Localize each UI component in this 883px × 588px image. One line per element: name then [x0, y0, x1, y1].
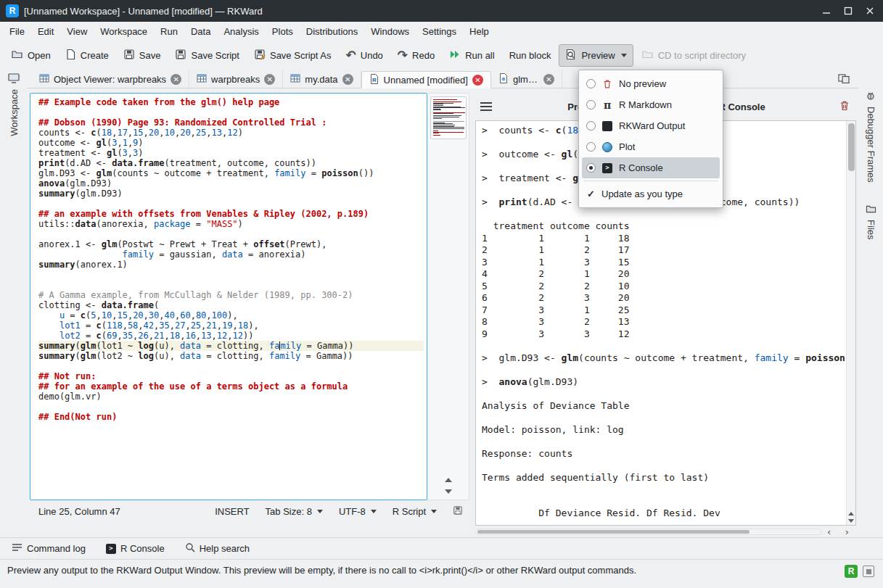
close-tab-icon[interactable]: ✕ [264, 74, 275, 85]
code-line [482, 496, 845, 508]
scroll-down-icon[interactable] [848, 519, 854, 523]
preview-button[interactable]: Preview [559, 44, 633, 67]
console-icon: > [106, 544, 116, 554]
close-tab-icon[interactable]: ✕ [543, 74, 554, 85]
input-mode[interactable]: INSERT [215, 506, 249, 517]
create-button[interactable]: Create [59, 44, 115, 67]
split-view-button[interactable] [834, 72, 854, 87]
code-line: summary(glm(lot1 ~ log(u), data = clotti… [38, 341, 424, 351]
menu-analysis[interactable]: Analysis [217, 23, 265, 40]
hscroll-thumb[interactable] [477, 530, 749, 534]
help-search-button[interactable]: Help search [181, 542, 254, 555]
close-tab-modified-icon[interactable]: ✕ [472, 75, 483, 86]
close-tab-icon[interactable]: ✕ [342, 74, 353, 85]
code-line: 1 1 1 18 [482, 233, 845, 245]
preview-label: Preview [581, 50, 615, 61]
minimap-line [433, 135, 441, 136]
code-line: family = gaussian, data = anorexia) [38, 249, 424, 260]
code-line: print(d.AD <- data.frame(treatment, outc… [38, 158, 424, 168]
dropdown-arrow-icon [621, 54, 627, 57]
scroll-right-icon[interactable]: › [845, 527, 849, 537]
debugger-frames-toolview-button[interactable]: Debugger Frames [866, 91, 876, 183]
minimap[interactable] [430, 96, 467, 139]
scroll-left-icon[interactable]: ‹ [827, 527, 831, 537]
hamburger-menu-icon[interactable] [475, 102, 497, 111]
close-button[interactable] [860, 2, 880, 20]
cursor-position[interactable]: Line 25, Column 47 [38, 506, 120, 517]
save-button[interactable]: Save [117, 44, 168, 67]
menu-item-rkward-output[interactable]: RKWard Output [582, 115, 720, 136]
chevron-down-icon [317, 510, 323, 513]
folder-cd-icon [641, 49, 654, 62]
redo-button[interactable]: ↷ Redo [391, 45, 441, 66]
save-as-icon [254, 49, 266, 62]
close-tab-icon[interactable]: ✕ [171, 74, 181, 85]
undo-button[interactable]: ↶ Undo [340, 45, 390, 66]
tab-my-data[interactable]: my.data ✕ [283, 70, 361, 88]
workspace-toolview-button[interactable]: Workspace [8, 73, 20, 136]
menu-file[interactable]: File [3, 23, 31, 40]
menu-help[interactable]: Help [463, 23, 496, 40]
open-button[interactable]: Open [4, 44, 57, 67]
command-log-button[interactable]: Command log [7, 542, 90, 555]
tab-warpbreaks[interactable]: warpbreaks ✕ [189, 70, 283, 88]
tab-glm-html[interactable]: glm.html ✕ [491, 70, 562, 88]
filetype-select[interactable]: R Script [393, 506, 437, 517]
code-line [482, 484, 845, 496]
scrollbar-thumb[interactable] [848, 123, 855, 171]
scroll-down-icon[interactable] [445, 489, 452, 494]
menu-distributions[interactable]: Distributions [300, 23, 365, 40]
code-line: outcome <- gl(3,1,9) [38, 138, 424, 148]
files-toolview-button[interactable]: Files [866, 204, 876, 239]
minimize-button[interactable] [816, 2, 837, 20]
delete-preview-button[interactable] [836, 100, 856, 114]
status-message: Preview any output to the RKWard Output … [7, 565, 845, 576]
bottom-toolbar: Command log > R Console Help search [0, 537, 883, 559]
menu-plots[interactable]: Plots [266, 23, 300, 40]
tab-unnamed-modified[interactable]: R Unnamed [modified] ✕ [361, 71, 491, 88]
minimap-column [427, 93, 469, 500]
workspace-label: Workspace [9, 89, 20, 136]
menu-item-r-markdown[interactable]: π R Markdown [582, 94, 720, 115]
encoding-select[interactable]: UTF-8 [339, 506, 377, 517]
menu-separator [583, 181, 718, 181]
run-block-button[interactable]: Run block [503, 46, 558, 65]
code-line: demo(glm.vr) [38, 392, 424, 402]
menu-run[interactable]: Run [154, 23, 184, 40]
menu-data[interactable]: Data [184, 23, 217, 40]
run-all-button[interactable]: Run all [443, 44, 501, 67]
menu-workspace[interactable]: Workspace [94, 23, 154, 40]
r-console-button[interactable]: > R Console [102, 542, 169, 555]
r-engine-status-icon[interactable]: R [845, 565, 858, 578]
titlebar[interactable]: R [Unnamed Workspace] - Unnamed [modifie… [0, 0, 883, 22]
session-save-icon[interactable] [453, 505, 463, 518]
window-title: [Unnamed Workspace] - Unnamed [modified]… [24, 6, 816, 17]
menu-item-plot[interactable]: Plot [582, 136, 720, 157]
tab-object-viewer-warpbreaks[interactable]: Object Viewer: warpbreaks ✕ [32, 70, 189, 88]
chevron-down-icon [431, 510, 437, 513]
menu-item-update-as-you-type[interactable]: ✓ Update as you type [582, 183, 720, 204]
save-script-button[interactable]: Save Script [168, 44, 245, 67]
output-status-icon[interactable] [863, 566, 874, 577]
hscroll-track[interactable] [475, 529, 821, 535]
horizontal-scrollbar[interactable]: ‹ › [475, 526, 856, 537]
plot-icon [601, 142, 613, 152]
code-line: ## Not run: [38, 371, 424, 381]
menu-windows[interactable]: Windows [364, 23, 416, 40]
save-script-as-button[interactable]: Save Script As [247, 44, 338, 67]
scroll-up-icon[interactable] [848, 512, 854, 515]
menu-view[interactable]: View [60, 23, 94, 40]
save-label: Save [139, 50, 161, 61]
maximize-button[interactable] [838, 2, 858, 20]
code-line: summary(glm(lot2 ~ log(u), data = clotti… [38, 351, 424, 361]
menu-settings[interactable]: Settings [416, 23, 463, 40]
help-search-icon [185, 542, 195, 555]
menu-edit[interactable]: Edit [31, 23, 60, 40]
tab-size-select[interactable]: Tab Size: 8 [266, 506, 323, 517]
run-block-label: Run block [509, 50, 551, 61]
vertical-scrollbar[interactable] [846, 121, 855, 525]
scroll-up-icon[interactable] [445, 478, 452, 482]
editor-code[interactable]: ## Example code taken from the glm() hel… [30, 93, 427, 500]
menu-item-r-console[interactable]: > R Console [582, 157, 720, 178]
menu-item-no-preview[interactable]: No preview [582, 73, 720, 94]
